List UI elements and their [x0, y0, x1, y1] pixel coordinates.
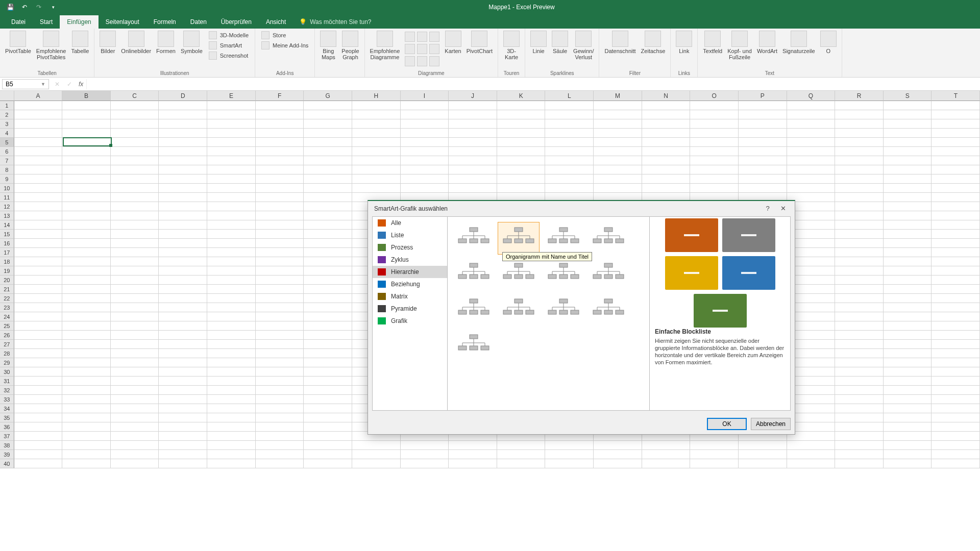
cell[interactable]: [62, 257, 111, 266]
cell[interactable]: [739, 367, 787, 377]
cell[interactable]: [256, 239, 304, 248]
cell[interactable]: [207, 174, 256, 184]
cell[interactable]: [159, 358, 207, 367]
name-box[interactable]: B5 ▼: [2, 79, 49, 89]
cell[interactable]: [14, 432, 63, 441]
cell[interactable]: [690, 193, 739, 202]
cell[interactable]: [304, 386, 352, 395]
column-header[interactable]: I: [401, 91, 449, 101]
cell[interactable]: [642, 422, 691, 432]
cell[interactable]: [352, 193, 401, 202]
cell[interactable]: [884, 156, 932, 165]
symbole-button[interactable]: Symbole: [179, 30, 205, 55]
signaturzeile-button[interactable]: Signaturzeile: [780, 30, 817, 55]
name-box-dropdown-icon[interactable]: ▼: [41, 82, 45, 87]
cell[interactable]: [545, 349, 594, 358]
cell[interactable]: [62, 110, 111, 119]
cell[interactable]: [111, 202, 159, 211]
cell[interactable]: [401, 422, 449, 432]
column-header[interactable]: T: [932, 91, 980, 101]
row-header[interactable]: 24: [0, 312, 14, 321]
row-header[interactable]: 32: [0, 386, 14, 395]
cell[interactable]: [690, 432, 739, 441]
cell[interactable]: [884, 220, 932, 230]
cell[interactable]: [159, 101, 207, 110]
cell[interactable]: [497, 239, 546, 248]
cell[interactable]: [787, 459, 836, 468]
cell[interactable]: [304, 321, 352, 331]
cell[interactable]: [545, 230, 594, 239]
column-header[interactable]: Q: [787, 91, 836, 101]
dmodelle-button[interactable]: 3D-Modelle: [208, 31, 250, 40]
pivottable-button[interactable]: PivotTable: [3, 30, 33, 55]
cell[interactable]: [787, 422, 836, 432]
cell[interactable]: [449, 101, 497, 110]
cell[interactable]: [690, 156, 739, 165]
cell[interactable]: [932, 101, 980, 110]
column-header[interactable]: L: [545, 91, 594, 101]
cell[interactable]: [497, 165, 546, 174]
cell[interactable]: [594, 257, 642, 266]
cell[interactable]: [14, 184, 63, 193]
cell[interactable]: [449, 257, 497, 266]
cell[interactable]: [62, 202, 111, 211]
row-header[interactable]: 16: [0, 239, 14, 248]
cell[interactable]: [207, 459, 256, 468]
cell[interactable]: [545, 193, 594, 202]
cell[interactable]: [352, 174, 401, 184]
cell[interactable]: [594, 340, 642, 349]
cell[interactable]: [111, 101, 159, 110]
cell[interactable]: [352, 138, 401, 147]
cell[interactable]: [256, 367, 304, 377]
cell[interactable]: [401, 395, 449, 404]
cell[interactable]: [401, 432, 449, 441]
cell[interactable]: [787, 367, 836, 377]
cell[interactable]: [932, 147, 980, 156]
column-header[interactable]: C: [111, 91, 159, 101]
cell[interactable]: [545, 340, 594, 349]
sule-button[interactable]: Säule: [550, 30, 570, 55]
cell[interactable]: [884, 257, 932, 266]
cell[interactable]: [14, 239, 63, 248]
cell[interactable]: [401, 377, 449, 386]
cell[interactable]: [835, 294, 884, 303]
cell[interactable]: [256, 450, 304, 459]
cell[interactable]: [884, 101, 932, 110]
cell[interactable]: [787, 184, 836, 193]
cell[interactable]: [207, 138, 256, 147]
column-header[interactable]: R: [835, 91, 884, 101]
cell[interactable]: [787, 101, 836, 110]
cell[interactable]: [352, 312, 401, 321]
cell[interactable]: [304, 432, 352, 441]
cell[interactable]: [642, 349, 691, 358]
cell[interactable]: [642, 230, 691, 239]
column-header[interactable]: G: [304, 91, 352, 101]
tab-datei[interactable]: Datei: [4, 15, 33, 29]
cell[interactable]: [304, 395, 352, 404]
cell[interactable]: [739, 220, 787, 230]
cell[interactable]: [594, 349, 642, 358]
cell[interactable]: [449, 413, 497, 422]
cell[interactable]: [14, 202, 63, 211]
cell[interactable]: [594, 441, 642, 450]
chart-type-button[interactable]: [429, 44, 439, 54]
cell[interactable]: [835, 459, 884, 468]
cell[interactable]: [594, 165, 642, 174]
cell[interactable]: [352, 303, 401, 312]
spreadsheet-grid[interactable]: ABCDEFGHIJKLMNOPQRST 1234567891011121314…: [0, 91, 980, 468]
cell[interactable]: [594, 395, 642, 404]
cell[interactable]: [497, 220, 546, 230]
cell[interactable]: [690, 349, 739, 358]
cell[interactable]: [62, 331, 111, 340]
cell[interactable]: [642, 257, 691, 266]
cell[interactable]: [594, 331, 642, 340]
cell[interactable]: [739, 147, 787, 156]
select-all-corner[interactable]: [0, 91, 14, 101]
cell[interactable]: [159, 294, 207, 303]
cell[interactable]: [449, 147, 497, 156]
cell[interactable]: [401, 349, 449, 358]
cell[interactable]: [449, 349, 497, 358]
cell[interactable]: [739, 230, 787, 239]
cell[interactable]: [256, 184, 304, 193]
cell[interactable]: [159, 450, 207, 459]
